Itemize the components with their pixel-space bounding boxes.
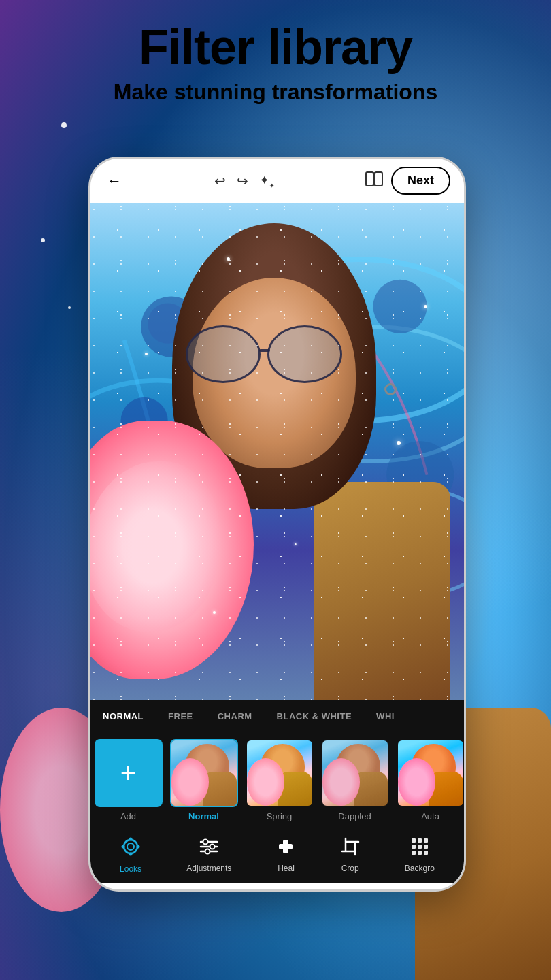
svg-rect-1 [375, 172, 382, 186]
magic-icon[interactable]: ✦✦ [259, 173, 275, 189]
filter-auto[interactable]: Auta [393, 739, 464, 821]
sp4 [295, 543, 297, 545]
filter-dappled[interactable]: Dappled [317, 739, 393, 821]
topbar-center: ↩ ↪ ✦✦ [214, 173, 275, 189]
add-plus-icon: + [120, 758, 136, 789]
svg-rect-26 [346, 842, 355, 851]
topbar-right: Next [365, 167, 450, 195]
svg-rect-34 [412, 845, 416, 849]
back-button[interactable]: ← [104, 169, 124, 193]
filter-add-label: Add [120, 811, 136, 821]
toolbar-crop[interactable]: Crop [334, 833, 367, 877]
sp2 [145, 353, 148, 355]
sparkle-overlay [90, 203, 464, 700]
filter-normal-label: Normal [188, 811, 219, 821]
sparkle-2 [41, 238, 45, 242]
looks-label: Looks [120, 864, 141, 874]
filter-add-thumb: + [95, 739, 163, 807]
heal-icon [276, 837, 295, 861]
filter-add[interactable]: + Add [90, 739, 166, 821]
thumb-cotton-auto [398, 758, 435, 806]
thumb-cotton-normal [171, 758, 209, 806]
svg-rect-35 [418, 845, 422, 849]
svg-point-23 [205, 849, 210, 853]
crop-icon [341, 837, 360, 861]
filter-auto-img [398, 740, 463, 806]
crop-label: Crop [341, 864, 359, 873]
sp3 [397, 441, 401, 445]
filter-auto-thumb [397, 739, 465, 807]
adjustments-label: Adjustments [186, 864, 231, 873]
svg-rect-37 [412, 851, 416, 855]
svg-rect-33 [424, 838, 428, 843]
svg-point-16 [129, 852, 133, 855]
svg-rect-38 [418, 851, 422, 855]
page-subtitle: Make stunning transformations [0, 80, 551, 105]
looks-icon [120, 836, 141, 862]
filter-tab-whi[interactable]: WHI [364, 700, 407, 732]
svg-rect-25 [283, 840, 288, 853]
filter-dappled-img [322, 740, 388, 806]
photo-area [90, 203, 464, 700]
filter-tab-bw[interactable]: BLACK & WHITE [265, 700, 365, 732]
next-button[interactable]: Next [391, 167, 450, 195]
svg-point-22 [210, 844, 215, 849]
filter-auto-label: Auta [421, 811, 439, 821]
sp5 [424, 305, 427, 308]
toolbar-adjustments[interactable]: Adjustments [180, 833, 238, 877]
filter-normal-thumb [170, 739, 238, 807]
svg-point-15 [137, 845, 140, 848]
svg-point-12 [124, 840, 137, 853]
topbar-left: ← [104, 169, 124, 193]
filter-normal[interactable]: Normal [166, 739, 241, 821]
svg-point-17 [122, 845, 125, 848]
background-icon [410, 837, 429, 861]
svg-rect-32 [418, 838, 422, 843]
filter-dappled-thumb [321, 739, 389, 807]
filter-spring-label: Spring [267, 811, 293, 821]
adjustments-icon [199, 837, 219, 861]
svg-point-21 [203, 839, 208, 844]
undo-icon[interactable]: ↩ [214, 173, 226, 189]
filter-tab-charm[interactable]: CHARM [205, 700, 265, 732]
thumb-cotton-spring [247, 758, 284, 806]
sp6 [213, 611, 216, 614]
page-title: Filter library [0, 20, 551, 74]
phone-frame: ← ↩ ↪ ✦✦ Next [88, 157, 466, 892]
filter-tabs: NORMAL FREE CHARM BLACK & WHITE WHI [90, 700, 464, 732]
svg-point-13 [127, 843, 134, 850]
filter-tab-normal[interactable]: NORMAL [90, 700, 156, 732]
svg-rect-0 [366, 172, 373, 186]
filter-dappled-label: Dappled [338, 811, 371, 821]
background-label: Backgro [405, 864, 435, 873]
toolbar-heal[interactable]: Heal [269, 833, 302, 877]
filter-spring-img [247, 740, 312, 806]
toolbar-looks[interactable]: Looks [113, 832, 148, 878]
svg-rect-31 [412, 838, 416, 843]
heal-label: Heal [278, 864, 295, 873]
phone-topbar: ← ↩ ↪ ✦✦ Next [90, 159, 464, 203]
thumb-cotton-dappled [322, 758, 360, 806]
filter-spring-thumb [246, 739, 314, 807]
compare-icon[interactable] [365, 172, 383, 191]
sparkle-1 [61, 122, 67, 128]
header-section: Filter library Make stunning transformat… [0, 20, 551, 105]
filter-normal-img [171, 740, 237, 806]
toolbar-background[interactable]: Backgro [398, 833, 441, 877]
sparkle-5 [68, 306, 71, 309]
filter-tab-free[interactable]: FREE [156, 700, 205, 732]
bottom-toolbar: Looks Adjustments [90, 826, 464, 883]
redo-icon[interactable]: ↪ [237, 173, 248, 189]
svg-rect-39 [424, 851, 428, 855]
filter-spring[interactable]: Spring [241, 739, 317, 821]
filter-thumbnails: + Add Normal [90, 732, 464, 826]
svg-point-14 [129, 837, 133, 840]
sp1 [227, 257, 230, 261]
svg-rect-36 [424, 845, 428, 849]
